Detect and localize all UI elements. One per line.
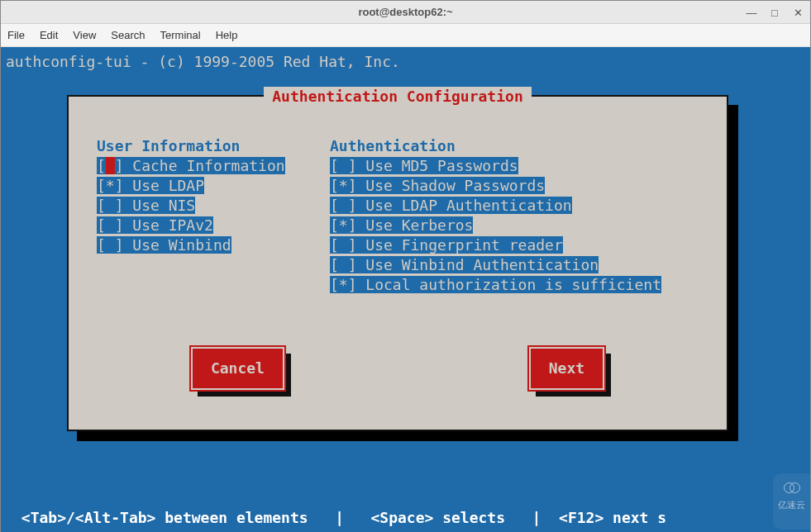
- next-button-shadow: Next: [529, 347, 604, 390]
- checkbox-row[interactable]: [ ] Use MD5 Passwords: [330, 156, 661, 176]
- checkbox-row[interactable]: [*] Use LDAP: [97, 176, 330, 196]
- menu-terminal[interactable]: Terminal: [160, 29, 201, 41]
- authentication-list: [ ] Use MD5 Passwords[*] Use Shadow Pass…: [330, 156, 661, 295]
- checkbox-row[interactable]: [ ] Cache Information: [97, 156, 330, 176]
- menubar: File Edit View Search Terminal Help: [1, 24, 810, 47]
- watermark-text: 亿速云: [778, 495, 805, 515]
- menu-file[interactable]: File: [7, 29, 25, 41]
- close-icon[interactable]: ✕: [790, 5, 805, 20]
- checkbox-row[interactable]: [ ] Use IPAv2: [97, 216, 330, 235]
- dialog-title: Authentication Configuration: [264, 87, 531, 107]
- user-information-header: User Information: [97, 136, 330, 156]
- auth-config-dialog: Authentication Configuration User Inform…: [67, 95, 728, 431]
- menu-help[interactable]: Help: [216, 29, 238, 41]
- user-information-column: User Information [ ] Cache Information[*…: [97, 136, 330, 295]
- menu-edit[interactable]: Edit: [40, 29, 58, 41]
- next-button[interactable]: Next: [529, 347, 604, 390]
- terminal-area: authconfig-tui - (c) 1999-2005 Red Hat, …: [1, 47, 810, 532]
- checkbox-row[interactable]: [ ] Use LDAP Authentication: [330, 196, 661, 216]
- app-header-line: authconfig-tui - (c) 1999-2005 Red Hat, …: [6, 52, 400, 72]
- dialog-columns: User Information [ ] Cache Information[*…: [97, 136, 708, 295]
- help-bar: <Tab>/<Alt-Tab> between elements | <Spac…: [12, 508, 666, 528]
- checkbox-row[interactable]: [ ] Use NIS: [97, 196, 330, 216]
- window-title: root@desktop62:~: [358, 6, 452, 18]
- watermark: 亿速云: [773, 473, 810, 530]
- watermark-logo-icon: [784, 480, 800, 493]
- checkbox-row[interactable]: [ ] Use Fingerprint reader: [330, 235, 661, 255]
- user-information-list: [ ] Cache Information[*] Use LDAP[ ] Use…: [97, 156, 330, 255]
- checkbox-row[interactable]: [*] Local authorization is sufficient: [330, 275, 661, 295]
- menu-search[interactable]: Search: [111, 29, 145, 41]
- titlebar-buttons: — □ ✕: [744, 1, 805, 24]
- terminal-window: root@desktop62:~ — □ ✕ File Edit View Se…: [0, 0, 811, 532]
- authentication-column: Authentication [ ] Use MD5 Passwords[*] …: [330, 136, 661, 295]
- dialog-title-wrap: Authentication Configuration: [69, 87, 727, 107]
- cancel-button[interactable]: Cancel: [191, 347, 284, 390]
- authentication-header: Authentication: [330, 136, 661, 156]
- checkbox-row[interactable]: [ ] Use Winbind Authentication: [330, 255, 661, 275]
- menu-view[interactable]: View: [73, 29, 96, 41]
- checkbox-row[interactable]: [ ] Use Winbind: [97, 235, 330, 255]
- checkbox-row[interactable]: [*] Use Kerberos: [330, 216, 661, 235]
- titlebar: root@desktop62:~ — □ ✕: [1, 1, 810, 24]
- checkbox-row[interactable]: [*] Use Shadow Passwords: [330, 176, 661, 196]
- maximize-icon[interactable]: □: [767, 5, 782, 20]
- cancel-button-shadow: Cancel: [191, 347, 284, 390]
- minimize-icon[interactable]: —: [744, 5, 759, 20]
- dialog-buttons: Cancel Next: [69, 347, 727, 390]
